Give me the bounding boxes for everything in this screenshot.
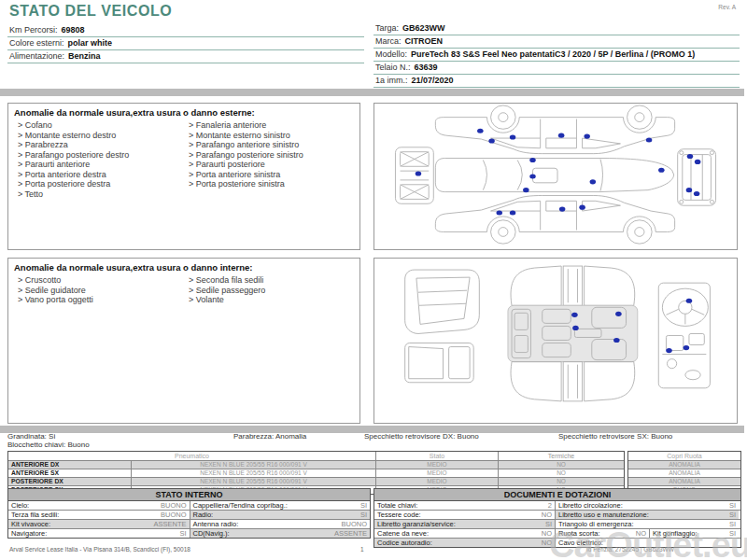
stato-interno-title: STATO INTERNO (8, 489, 370, 501)
info-row-immatricolazione: 1a imm.:21/07/2020 (374, 75, 740, 88)
table-row: Totale chiavi:2 Libretto circolazione:SI (374, 501, 740, 510)
status-value: Si (49, 432, 55, 441)
field-value: 2 (548, 501, 552, 510)
interior-anomalies-panel: Anomalie da normale usura,extra usura o … (7, 258, 360, 424)
field-label: Terza fila sedili: (11, 511, 59, 519)
column-header-pneumatico: Pneumatico (8, 452, 376, 460)
tyre-spec: NEXEN N BLUE 205/55 R16 000/091 V (132, 469, 376, 477)
footer-page-number: 1 (360, 546, 364, 553)
field-label: Navigatore: (11, 529, 47, 538)
page-title: STATO DEL VEICOLO (9, 3, 172, 20)
vehicle-report-page: STATO DEL VEICOLO Rev. A Km Percorsi:698… (0, 0, 747, 560)
exterior-anomalies-right: Fanaleria anteriore Montante esterno sin… (189, 120, 359, 199)
anomaly-item: Volante (189, 295, 359, 305)
field-label: Codice autoradio: (377, 539, 432, 547)
stato-interno-table: STATO INTERNO Cielo:BUONO Cappelliera/Te… (7, 488, 371, 539)
field-value: ASSENTE (334, 529, 367, 538)
field-label: Antenna radio: (193, 520, 239, 528)
tyre-position: POSTERIORE DX (8, 478, 132, 485)
exterior-anomalies-title: Anomalie da normale usura,extra usura o … (8, 104, 359, 120)
field-value: SI (360, 511, 367, 519)
anomaly-item: Seconda fila sedili (189, 275, 359, 286)
copri-ruota-value: ANOMALIA (628, 469, 740, 477)
anomaly-item: Cofano (18, 120, 189, 131)
table-row: Tessere code:NO Libretto uso e manutenzi… (374, 510, 740, 519)
field-value: BUONO (341, 520, 367, 528)
field-label: Libretto garanzia/service: (377, 520, 456, 528)
documenti-title: DOCUMENTI E DOTAZIONI (374, 489, 740, 501)
interior-anomalies-title: Anomalie da normale usura,extra usura o … (8, 259, 359, 275)
field-cell: Cielo:BUONO (8, 501, 190, 510)
info-label: Telaio N.: (375, 63, 411, 72)
tyre-position: ANTERIORE DX (8, 461, 132, 469)
anomaly-item: Montante esterno destro (18, 131, 189, 141)
tyre-row: ANTERIORE SX NEXEN N BLUE 205/55 R16 000… (8, 469, 624, 477)
anomaly-item: Cruscotto (18, 275, 189, 286)
field-value: NO (542, 511, 552, 519)
tyre-termiche: NO (499, 478, 624, 485)
exterior-damage-markers (416, 129, 701, 216)
info-value: polar white (68, 38, 113, 48)
anomaly-item: Porta anteriore sinistra (189, 170, 359, 180)
footer-company: Arval Service Lease Italia - Via Pisana … (9, 546, 190, 553)
tyre-stato: MEDIO (376, 461, 499, 469)
car-side-view-top (435, 105, 674, 154)
info-value: 69808 (62, 25, 85, 35)
interior-damage-diagram (374, 258, 738, 424)
info-row-targa: Targa:GB623WW (374, 22, 740, 35)
status-label: Specchietto retrovisore SX: (558, 432, 649, 441)
info-value: 63639 (415, 63, 438, 72)
field-cell: Antenna radio:BUONO (190, 520, 371, 528)
table-row: Cielo:BUONO Cappelliera/Tendina copribag… (8, 501, 370, 510)
info-label: Marca: (375, 36, 402, 46)
anomaly-item: Porta anteriore destra (18, 170, 189, 180)
column-header-stato: Stato (376, 452, 499, 460)
anomaly-item: Sedile passeggero (189, 286, 359, 296)
car-interior-diagram (374, 259, 737, 423)
field-cell: Libretto garanzia/service:SI (374, 520, 555, 528)
interior-anomalies-left: Cruscotto Sedile guidatore Vano porta og… (18, 275, 189, 305)
anomaly-item: Montante esterno sinistro (189, 131, 359, 141)
field-cell: Libretto circolazione:SI (555, 501, 739, 510)
info-value: Benzina (68, 51, 101, 61)
car-side-view-bottom (435, 195, 674, 244)
status-label: Blocchetto chiavi: (7, 441, 65, 449)
info-value: PureTech 83 S&S Feel Neo patentatiC3 / 2… (411, 49, 695, 59)
cabin-view (508, 266, 638, 401)
info-label: Modello: (375, 49, 407, 59)
field-value: SI (729, 511, 736, 519)
info-value: CITROEN (405, 36, 444, 46)
field-label: Totale chiavi: (377, 501, 417, 510)
info-label: Targa: (375, 23, 399, 33)
anomaly-item: Parafango posteriore sinistro (189, 150, 359, 161)
anomaly-item: Porta posteriore sinistra (189, 179, 359, 189)
interior-anomalies-lists: Cruscotto Sedile guidatore Vano porta og… (8, 275, 359, 305)
field-value: ASSENTE (153, 520, 186, 528)
anomaly-item: Porta posteriore destra (18, 179, 189, 189)
info-row-telaio: Telaio N.:63639 (374, 62, 740, 75)
anomaly-item: Vano porta oggetti (18, 295, 189, 305)
car-exterior-diagram (374, 104, 737, 249)
exterior-anomalies-lists: Cofano Montante esterno destro Parabrezz… (8, 120, 359, 199)
status-specchietto-sx: Specchietto retrovisore SX: Buono (558, 432, 672, 441)
info-label: Alimentazione: (9, 51, 64, 61)
info-row-km: Km Percorsi:69808 (7, 24, 364, 37)
tyres-table-header: Pneumatico Stato Termiche (8, 452, 624, 460)
dashboard-view (658, 283, 710, 388)
field-label: CD(Navig.): (193, 529, 230, 538)
exterior-anomalies-left: Cofano Montante esterno destro Parabrezz… (18, 120, 189, 199)
tyre-spec: NEXEN N BLUE 205/55 R16 000/091 V (132, 461, 376, 469)
column-header-copri-ruota: Copri Ruota (628, 452, 740, 460)
field-label: Radio: (193, 511, 214, 519)
status-blocchetto-chiavi: Blocchetto chiavi: Buono (7, 441, 90, 449)
car-front-view (395, 147, 433, 203)
field-value: BUONO (161, 511, 187, 519)
anomaly-item: Paraurti posteriore (189, 160, 359, 170)
exterior-anomalies-panel: Anomalie da normale usura,extra usura o … (7, 103, 360, 250)
field-cell: Kit vivavoce:ASSENTE (8, 520, 190, 528)
revision-label: Rev. A (718, 4, 736, 10)
car-plan-view (435, 159, 673, 192)
field-value: BUONO (161, 501, 187, 510)
vehicle-info-left: Km Percorsi:69808 Colore esterni:polar w… (7, 24, 364, 63)
field-cell: Cappelliera/Tendina copribag.:SI (190, 501, 371, 510)
